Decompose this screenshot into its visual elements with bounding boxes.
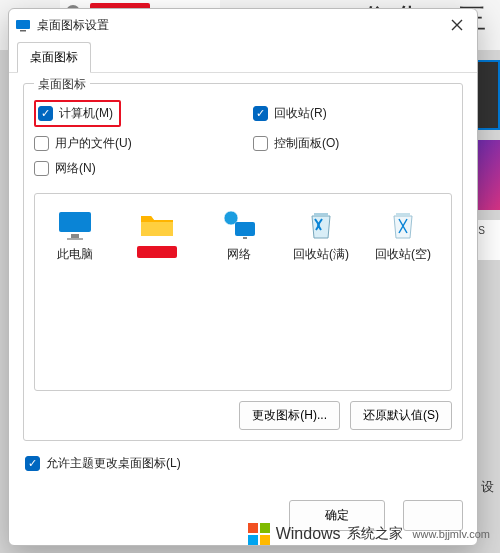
icon-network[interactable]: 网络 (207, 210, 271, 263)
svg-rect-10 (248, 523, 258, 533)
watermark: Windows 系统之家 www.bjjmlv.com (244, 521, 494, 547)
svg-rect-9 (396, 213, 410, 216)
svg-rect-13 (260, 535, 270, 545)
icon-recyclebin-full[interactable]: 回收站(满) (289, 210, 353, 263)
watermark-sub: 系统之家 (347, 525, 403, 543)
svg-rect-7 (243, 237, 247, 239)
svg-rect-3 (71, 234, 79, 238)
allow-themes-row: 允许主题更改桌面图标(L) (23, 451, 463, 482)
checkbox-computer[interactable] (38, 106, 53, 121)
icon-preview-box: 此电脑 网络 回收站 (34, 193, 452, 391)
icon-recyclebin-full-label: 回收站(满) (293, 246, 349, 263)
background-settings-btn[interactable]: 设 (481, 478, 494, 496)
checkbox-network[interactable] (34, 161, 49, 176)
close-button[interactable] (443, 13, 471, 37)
tab-desktop-icons[interactable]: 桌面图标 (17, 42, 91, 73)
svg-rect-11 (260, 523, 270, 533)
check-controlpanel-row: 控制面板(O) (253, 135, 452, 152)
svg-rect-0 (16, 20, 30, 29)
tab-strip: 桌面图标 (9, 41, 477, 73)
svg-rect-4 (67, 238, 83, 240)
svg-rect-12 (248, 535, 258, 545)
label-allow-themes: 允许主题更改桌面图标(L) (46, 455, 181, 472)
checkbox-controlpanel[interactable] (253, 136, 268, 151)
check-computer-row: 计算机(M) (34, 100, 233, 127)
redacted-label (137, 246, 177, 258)
change-icon-button[interactable]: 更改图标(H)... (239, 401, 340, 430)
check-recyclebin-row: 回收站(R) (253, 100, 452, 127)
dialog-title: 桌面图标设置 (37, 17, 443, 34)
windows-logo-icon (248, 523, 270, 545)
checkbox-allow-themes[interactable] (25, 456, 40, 471)
recyclebin-full-icon (303, 210, 339, 240)
folder-icon (139, 210, 175, 240)
network-icon (221, 210, 257, 240)
label-recyclebin: 回收站(R) (274, 105, 327, 122)
icon-thispc-label: 此电脑 (57, 246, 93, 263)
icon-action-buttons: 更改图标(H)... 还原默认值(S) (34, 401, 452, 430)
checkbox-grid: 计算机(M) 回收站(R) 用户的文件(U) 控制面板(O) 网络 (34, 96, 452, 189)
watermark-brand: Windows (276, 525, 341, 543)
label-computer: 计算机(M) (59, 105, 113, 122)
restore-default-button[interactable]: 还原默认值(S) (350, 401, 452, 430)
close-icon (451, 19, 463, 31)
watermark-url: www.bjjmlv.com (413, 528, 490, 540)
desktop-icon-settings-dialog: 桌面图标设置 桌面图标 桌面图标 计算机(M) 回收站(R) (8, 8, 478, 546)
checkbox-recyclebin[interactable] (253, 106, 268, 121)
check-network-row: 网络(N) (34, 160, 233, 177)
svg-rect-8 (314, 213, 328, 216)
label-controlpanel: 控制面板(O) (274, 135, 339, 152)
monitor-icon (57, 210, 93, 240)
svg-rect-2 (59, 212, 91, 232)
check-userfiles-row: 用户的文件(U) (34, 135, 233, 152)
label-network: 网络(N) (55, 160, 96, 177)
icon-userfolder[interactable] (125, 210, 189, 258)
checkbox-userfiles[interactable] (34, 136, 49, 151)
group-legend: 桌面图标 (34, 76, 90, 93)
dialog-content: 桌面图标 计算机(M) 回收站(R) 用户的文件(U) (9, 73, 477, 492)
titlebar: 桌面图标设置 (9, 9, 477, 41)
icon-network-label: 网络 (227, 246, 251, 263)
svg-rect-6 (235, 222, 255, 236)
icon-recyclebin-empty[interactable]: 回收站(空) (371, 210, 435, 263)
label-userfiles: 用户的文件(U) (55, 135, 132, 152)
recyclebin-empty-icon (385, 210, 421, 240)
highlight-box: 计算机(M) (34, 100, 121, 127)
icon-thispc[interactable]: 此电脑 (43, 210, 107, 263)
desktop-icons-group: 桌面图标 计算机(M) 回收站(R) 用户的文件(U) (23, 83, 463, 441)
svg-rect-1 (20, 30, 26, 32)
dialog-icon (15, 17, 31, 33)
icon-recyclebin-empty-label: 回收站(空) (375, 246, 431, 263)
